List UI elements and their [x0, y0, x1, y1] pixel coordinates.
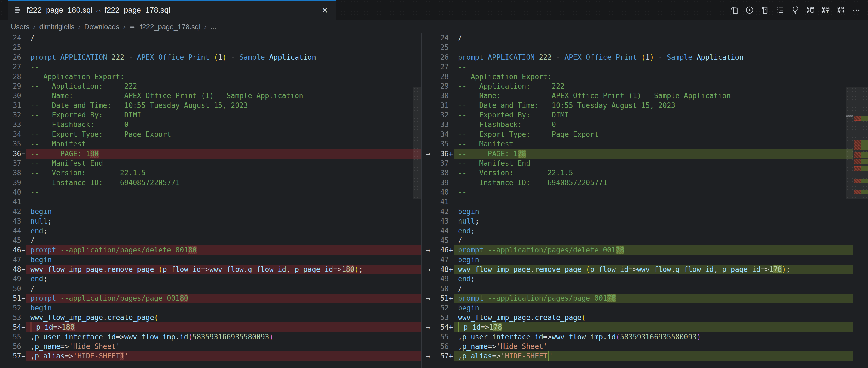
code-line[interactable]: 31-- Date and Time: 10:55 Tuesday August…	[422, 101, 868, 110]
code-line[interactable]: 28-- Application Export:	[422, 72, 868, 82]
code-line[interactable]: 44end;	[0, 226, 421, 236]
code-text[interactable]: begin	[454, 255, 853, 265]
code-text[interactable]: end;	[454, 226, 853, 236]
breadcrumb-item-downloads[interactable]: Downloads	[84, 23, 120, 31]
code-text[interactable]: -- Instance ID: 69408572205771	[26, 178, 421, 188]
code-text[interactable]: wwv_flow_imp_page.remove_page (p_flow_id…	[26, 265, 421, 274]
code-text[interactable]: -- Flashback: 0	[454, 120, 853, 130]
code-line[interactable]: 53wwv_flow_imp_page.create_page(	[0, 313, 421, 322]
code-text[interactable]: ,p_user_interface_id=>wwv_flow_imp.id(58…	[454, 332, 853, 342]
code-text[interactable]: prompt --application/pages/delete_00180	[26, 245, 421, 255]
code-text[interactable]: /	[26, 284, 421, 293]
code-text[interactable]: begin	[454, 303, 853, 313]
code-line[interactable]: 56,p_name=>'Hide Sheet'	[0, 342, 421, 351]
breadcrumb-item-users[interactable]: Users	[11, 23, 29, 31]
code-line[interactable]: 42begin	[422, 207, 868, 217]
code-line[interactable]: 48−wwv_flow_imp_page.remove_page (p_flow…	[0, 265, 421, 274]
code-text[interactable]: -- PAGE: 178	[454, 149, 853, 159]
code-line[interactable]: 39-- Instance ID: 69408572205771	[0, 178, 421, 188]
code-text[interactable]: -- Version: 22.1.5	[26, 168, 421, 178]
code-text[interactable]: prompt --application/pages/page_00180	[26, 293, 421, 303]
code-line[interactable]: 27--	[422, 62, 868, 72]
code-line[interactable]: 25	[422, 43, 868, 52]
code-text[interactable]: ,p_alias=>'HIDE-SHEET1'	[26, 351, 421, 361]
code-line[interactable]: 32-- Exported By: DIMI	[0, 110, 421, 120]
code-text[interactable]: ,p_name=>'Hide Sheet'	[454, 342, 853, 351]
code-text[interactable]: begin	[26, 255, 421, 265]
left-editor[interactable]: 24/2526prompt APPLICATION 222 - APEX Off…	[0, 33, 421, 368]
code-text[interactable]	[454, 197, 853, 207]
code-line[interactable]: 52begin	[422, 303, 868, 313]
open-changes-icon[interactable]	[730, 5, 739, 15]
code-line[interactable]: 37-- Manifest End	[0, 159, 421, 168]
code-text[interactable]: -- Name: APEX Office Print (1) - Sample …	[26, 91, 421, 101]
code-text[interactable]: -- Application: 222	[454, 82, 853, 91]
code-text[interactable]: /	[454, 33, 853, 43]
code-text[interactable]: null;	[454, 217, 853, 226]
code-text[interactable]: -- Date and Time: 10:55 Tuesday August 1…	[26, 101, 421, 110]
code-line[interactable]: 35-- Manifest	[422, 139, 868, 149]
code-text[interactable]: prompt --application/pages/page_00178	[454, 293, 853, 303]
code-line[interactable]: 27--	[0, 62, 421, 72]
code-line[interactable]: 28-- Application Export:	[0, 72, 421, 82]
code-line[interactable]: →54+ p_id=>178	[422, 322, 868, 332]
code-text[interactable]: -- Version: 22.1.5	[454, 168, 853, 178]
code-text[interactable]: begin	[454, 207, 853, 217]
right-editor[interactable]: 24/2526prompt APPLICATION 222 - APEX Off…	[422, 33, 868, 368]
code-text[interactable]: begin	[26, 207, 421, 217]
code-text[interactable]: -- Application: 222	[26, 82, 421, 91]
code-line[interactable]: 40--	[422, 188, 868, 197]
code-text[interactable]	[454, 43, 853, 52]
code-line[interactable]: 39-- Instance ID: 69408572205771	[422, 178, 868, 188]
revert-change-arrow-icon[interactable]: →	[422, 351, 435, 361]
code-line[interactable]: 42begin	[0, 207, 421, 217]
code-line[interactable]: 30-- Name: APEX Office Print (1) - Sampl…	[422, 91, 868, 101]
code-line[interactable]: 49end;	[422, 274, 868, 284]
code-text[interactable]: -- Export Type: Page Export	[454, 130, 853, 139]
code-text[interactable]: end;	[454, 274, 853, 284]
code-line[interactable]: 50/	[0, 284, 421, 293]
run-file-icon[interactable]	[745, 5, 754, 15]
code-text[interactable]: -- Manifest	[26, 139, 421, 149]
code-text[interactable]: -- Instance ID: 69408572205771	[454, 178, 853, 188]
revert-change-arrow-icon[interactable]: →	[422, 265, 435, 274]
more-actions-icon[interactable]	[852, 5, 861, 15]
code-line[interactable]: 44end;	[422, 226, 868, 236]
code-text[interactable]: prompt APPLICATION 222 - APEX Office Pri…	[454, 53, 853, 62]
code-line[interactable]: 25	[0, 43, 421, 52]
code-line[interactable]: 32-- Exported By: DIMI	[422, 110, 868, 120]
code-line[interactable]: 43null;	[422, 217, 868, 226]
code-line[interactable]: 36−-- PAGE: 180	[0, 149, 421, 159]
code-line[interactable]: 54− p_id=>180	[0, 322, 421, 332]
code-line[interactable]: 30-- Name: APEX Office Print (1) - Sampl…	[0, 91, 421, 101]
code-line[interactable]: 35-- Manifest	[0, 139, 421, 149]
code-line[interactable]: 38-- Version: 22.1.5	[422, 168, 868, 178]
outline-icon[interactable]	[775, 5, 785, 15]
code-text[interactable]	[26, 43, 421, 52]
code-text[interactable]: -- Flashback: 0	[26, 120, 421, 130]
code-text[interactable]: -- Exported By: DIMI	[454, 110, 853, 120]
code-text[interactable]: -- PAGE: 180	[26, 149, 421, 159]
close-icon[interactable]: ×	[322, 5, 328, 15]
code-line[interactable]: 34-- Export Type: Page Export	[422, 130, 868, 139]
code-text[interactable]: /	[26, 33, 421, 43]
code-line[interactable]: 29-- Application: 222	[0, 82, 421, 91]
code-text[interactable]: --	[26, 188, 421, 197]
code-line[interactable]: 29-- Application: 222	[422, 82, 868, 91]
code-line[interactable]: 24/	[0, 33, 421, 43]
code-line[interactable]: 53wwv_flow_imp_page.create_page(	[422, 313, 868, 322]
code-text[interactable]: wwv_flow_imp_page.create_page(	[454, 313, 853, 322]
code-line[interactable]: 26prompt APPLICATION 222 - APEX Office P…	[422, 53, 868, 62]
code-text[interactable]: ,p_name=>'Hide Sheet'	[26, 342, 421, 351]
code-line[interactable]: 31-- Date and Time: 10:55 Tuesday August…	[0, 101, 421, 110]
code-line[interactable]: 41	[0, 197, 421, 207]
code-text[interactable]: --	[454, 62, 853, 72]
breadcrumb-item-more[interactable]: ...	[211, 23, 216, 31]
code-line[interactable]: 49end;	[0, 274, 421, 284]
code-text[interactable]: prompt APPLICATION 222 - APEX Office Pri…	[26, 53, 421, 62]
code-line[interactable]: 56,p_name=>'Hide Sheet'	[422, 342, 868, 351]
code-line[interactable]: 47begin	[422, 255, 868, 265]
code-text[interactable]: /	[454, 236, 853, 245]
code-line[interactable]: 33-- Flashback: 0	[422, 120, 868, 130]
code-line[interactable]: 55,p_user_interface_id=>wwv_flow_imp.id(…	[0, 332, 421, 342]
